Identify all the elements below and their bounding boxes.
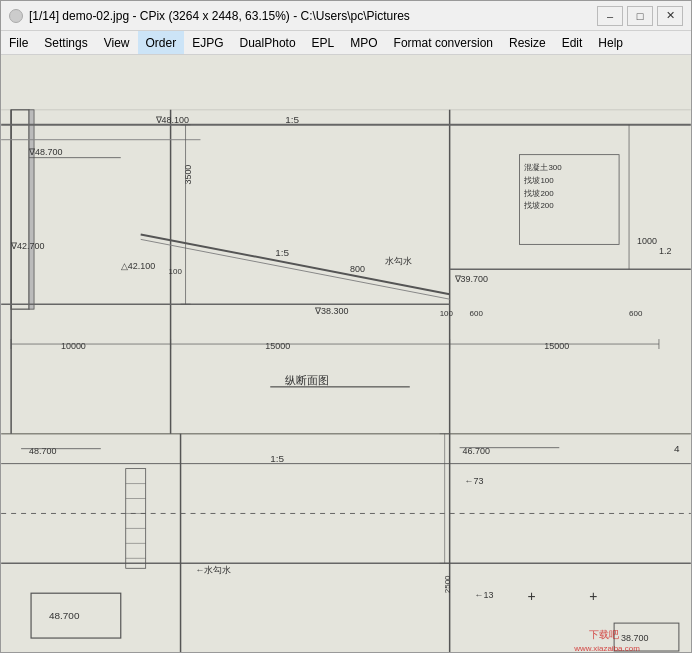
svg-text:3500: 3500 — [183, 165, 193, 185]
app-icon — [9, 9, 23, 23]
title-bar-left: [1/14] demo-02.jpg - CPix (3264 x 2448, … — [9, 9, 410, 23]
svg-text:下载吧: 下载吧 — [589, 629, 619, 640]
menu-resize[interactable]: Resize — [501, 31, 554, 54]
svg-text:∇48.700: ∇48.700 — [28, 147, 62, 157]
window-controls: – □ ✕ — [597, 6, 683, 26]
svg-text:←水勾水: ←水勾水 — [196, 565, 232, 575]
svg-text:10000: 10000 — [61, 341, 86, 351]
menu-order[interactable]: Order — [138, 31, 185, 54]
menu-view[interactable]: View — [96, 31, 138, 54]
svg-text:∇42.700: ∇42.700 — [10, 241, 44, 251]
svg-text:www.xiazaiba.com: www.xiazaiba.com — [573, 644, 640, 652]
close-button[interactable]: ✕ — [657, 6, 683, 26]
svg-text:2500: 2500 — [443, 575, 452, 593]
svg-text:∇38.300: ∇38.300 — [314, 306, 348, 316]
menu-file[interactable]: File — [1, 31, 36, 54]
svg-text:48.700: 48.700 — [49, 610, 80, 621]
svg-text:1.2: 1.2 — [659, 246, 671, 256]
drawing-canvas: ∇48.700 ∇48.100 1:5 3500 ∇42.700 △42.100… — [1, 55, 691, 652]
svg-text:15000: 15000 — [544, 341, 569, 351]
svg-text:找坡200: 找坡200 — [523, 201, 554, 210]
svg-text:←13: ←13 — [475, 590, 494, 600]
menu-help[interactable]: Help — [590, 31, 631, 54]
svg-text:48.700: 48.700 — [29, 446, 56, 456]
svg-text:+: + — [527, 588, 535, 604]
svg-text:找坡200: 找坡200 — [523, 189, 554, 198]
svg-text:4: 4 — [674, 443, 680, 454]
svg-text:∇39.700: ∇39.700 — [454, 274, 488, 284]
menu-edit[interactable]: Edit — [554, 31, 591, 54]
window-title: [1/14] demo-02.jpg - CPix (3264 x 2448, … — [29, 9, 410, 23]
menu-mpo[interactable]: MPO — [342, 31, 385, 54]
svg-text:100: 100 — [440, 309, 454, 318]
svg-text:600: 600 — [629, 309, 643, 318]
svg-text:△42.100: △42.100 — [121, 261, 155, 271]
svg-text:15000: 15000 — [265, 341, 290, 351]
svg-text:混凝土300: 混凝土300 — [524, 163, 562, 172]
svg-text:水勾水: 水勾水 — [385, 256, 412, 266]
menu-format-conversion[interactable]: Format conversion — [386, 31, 501, 54]
svg-text:∇48.100: ∇48.100 — [155, 115, 189, 125]
image-area: ∇48.700 ∇48.100 1:5 3500 ∇42.700 △42.100… — [1, 55, 691, 652]
svg-text:46.700: 46.700 — [463, 446, 490, 456]
menu-bar: File Settings View Order EJPG DualPhoto … — [1, 31, 691, 55]
menu-settings[interactable]: Settings — [36, 31, 95, 54]
svg-text:纵断面图: 纵断面图 — [285, 374, 329, 386]
svg-text:←73: ←73 — [465, 476, 484, 486]
title-bar: [1/14] demo-02.jpg - CPix (3264 x 2448, … — [1, 1, 691, 31]
svg-text:1:5: 1:5 — [285, 114, 299, 125]
main-window: [1/14] demo-02.jpg - CPix (3264 x 2448, … — [0, 0, 692, 653]
svg-rect-0 — [1, 55, 691, 652]
svg-text:100: 100 — [169, 267, 183, 276]
svg-text:1:5: 1:5 — [270, 453, 284, 464]
menu-ejpg[interactable]: EJPG — [184, 31, 231, 54]
blueprint-svg: ∇48.700 ∇48.100 1:5 3500 ∇42.700 △42.100… — [1, 55, 691, 652]
svg-text:1000: 1000 — [637, 236, 657, 246]
menu-epl[interactable]: EPL — [304, 31, 343, 54]
svg-text:1:5: 1:5 — [275, 247, 289, 258]
maximize-button[interactable]: □ — [627, 6, 653, 26]
svg-text:+: + — [589, 588, 597, 604]
svg-text:找坡100: 找坡100 — [523, 176, 554, 185]
svg-text:38.700: 38.700 — [621, 633, 648, 643]
svg-text:800: 800 — [350, 264, 365, 274]
minimize-button[interactable]: – — [597, 6, 623, 26]
menu-dualphoto[interactable]: DualPhoto — [232, 31, 304, 54]
svg-text:600: 600 — [470, 309, 484, 318]
